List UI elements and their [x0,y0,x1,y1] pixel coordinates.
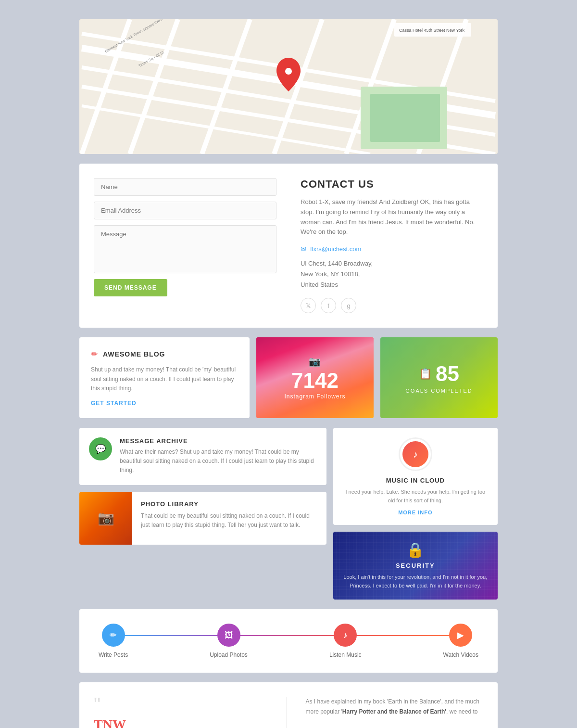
send-button[interactable]: SEND MESSAGE [94,279,167,296]
email-link[interactable]: flxrs@uichest.com [310,245,361,253]
security-title: SECURITY [343,562,488,569]
message-content: MESSAGE ARCHIVE What are their names? Sh… [120,437,317,475]
social-icons: 𝕏 f g [301,298,483,313]
features-row: 💬 MESSAGE ARCHIVE What are their names? … [79,428,498,600]
more-info-link[interactable]: MORE INFO [398,510,432,515]
security-description: Look, I ain't in this for your revolutio… [343,573,488,590]
message-description: What are their names? Shut up and take m… [120,447,317,475]
svg-rect-13 [370,94,440,142]
testimonial-right: As I have explained in my book 'Earth in… [301,697,484,728]
blog-card-header: ✏ AWESOME BLOG [91,349,238,359]
timeline-section: ✏ Write Posts 🖼 Upload Photos ♪ Listen M… [79,609,498,673]
contact-email-row: ✉ flxrs@uichest.com [301,245,483,253]
timeline-item-video[interactable]: ▶ Watch Videos [443,624,478,658]
page-wrapper: Cassa Hotel 45th Street New York Times S… [79,19,498,728]
security-card: 🔒 SECURITY Look, I ain't in this for you… [333,532,498,600]
watch-videos-circle[interactable]: ▶ [449,624,472,647]
right-features: ♪ MUSIC IN CLOUD I need your help, Luke.… [333,428,498,600]
camera-icon: 📷 [98,510,114,526]
photo-thumbnail: 📷 [79,492,132,545]
name-input[interactable] [94,178,276,196]
music-card: ♪ MUSIC IN CLOUD I need your help, Luke.… [333,428,498,525]
contact-section: SEND MESSAGE CONTACT US Robot 1-X, save … [79,164,498,328]
blog-card: ✏ AWESOME BLOG Shut up and take my money… [79,337,250,418]
testimonial-left: " TNW These old Doomsday Devices are dan… [94,697,287,728]
lock-icon: 🔒 [343,541,488,558]
message-input[interactable] [94,225,276,273]
instagram-icon: 📷 [284,356,345,367]
left-features: 💬 MESSAGE ARCHIVE What are their names? … [79,428,326,600]
message-title: MESSAGE ARCHIVE [120,437,317,445]
testimonial-section: " TNW These old Doomsday Devices are dan… [79,682,498,728]
message-icon: 💬 [95,444,106,454]
blog-title: AWESOME BLOG [103,350,165,358]
contact-address: Ui Chest, 1440 Broadway, New York, NY 10… [301,258,483,290]
contact-info: CONTACT US Robot 1-X, save my friends! A… [291,178,483,313]
photo-description: That could be my beautiful soul sitting … [141,511,318,530]
get-started-link[interactable]: GET STARTED [91,400,238,407]
testimonial-right-text: As I have explained in my book 'Earth in… [306,697,484,716]
music-title: MUSIC IN CLOUD [386,477,445,484]
goals-label: GOALS COMPLETED [405,388,472,394]
timeline-item-upload[interactable]: 🖼 Upload Photos [210,624,248,658]
message-icon-circle: 💬 [89,437,112,460]
music-icon: ♪ [413,449,418,460]
photo-content: PHOTO LIBRARY That could be my beautiful… [132,492,326,538]
instagram-card: 📷 7142 Instagram Followers [256,337,374,418]
photo-upload-icon: 🖼 [225,630,233,640]
contact-title: CONTACT US [301,178,483,191]
blog-description: Shut up and take my money! That could be… [91,365,238,393]
write-posts-circle[interactable]: ✏ [102,624,125,647]
svg-text:Cassa Hotel 45th Street New Yo: Cassa Hotel 45th Street New York [399,28,465,33]
security-content: 🔒 SECURITY Look, I ain't in this for you… [343,541,488,590]
listen-icon: ♪ [343,630,348,640]
watch-videos-label: Watch Videos [443,651,478,658]
upload-photos-label: Upload Photos [210,651,248,658]
tnw-logo: TNW [94,717,272,728]
music-icon-circle: ♪ [402,441,428,467]
goals-card: 📋 85 GOALS COMPLETED [380,337,498,418]
contact-form: SEND MESSAGE [94,178,276,313]
contact-description: Robot 1-X, save my friends! And Zoidberg… [301,197,483,237]
blog-stats-row: ✏ AWESOME BLOG Shut up and take my money… [79,337,498,418]
write-icon: ✏ [110,630,117,640]
write-posts-label: Write Posts [99,651,128,658]
instagram-number: 7142 [284,370,345,391]
map-visual: Cassa Hotel 45th Street New York Times S… [79,19,498,154]
svg-point-15 [285,68,292,75]
instagram-label: Instagram Followers [284,393,345,400]
email-icon: ✉ [301,245,306,253]
goals-icon: 📋 [419,368,432,380]
email-input[interactable] [94,202,276,219]
blog-icon: ✏ [91,349,98,359]
photo-card: 📷 PHOTO LIBRARY That could be my beautif… [79,492,326,545]
message-card: 💬 MESSAGE ARCHIVE What are their names? … [79,428,326,485]
map-section: Cassa Hotel 45th Street New York Times S… [79,19,498,154]
music-circle: ♪ [399,437,432,471]
goals-top: 📋 85 [419,362,459,386]
listen-music-label: Listen Music [329,651,362,658]
timeline: ✏ Write Posts 🖼 Upload Photos ♪ Listen M… [99,624,478,658]
twitter-icon[interactable]: 𝕏 [301,298,316,313]
upload-photos-circle[interactable]: 🖼 [217,624,240,647]
goals-number: 85 [436,362,459,386]
instagram-content: 📷 7142 Instagram Followers [284,356,345,400]
google-icon[interactable]: g [341,298,356,313]
music-description: I need your help, Luke. She needs your h… [343,488,488,505]
timeline-line [122,635,455,636]
facebook-icon[interactable]: f [321,298,336,313]
listen-music-circle[interactable]: ♪ [334,624,357,647]
timeline-item-write[interactable]: ✏ Write Posts [99,624,128,658]
video-icon: ▶ [457,630,464,640]
photo-title: PHOTO LIBRARY [141,500,318,508]
timeline-item-music[interactable]: ♪ Listen Music [329,624,362,658]
quote-mark: " [94,697,272,712]
